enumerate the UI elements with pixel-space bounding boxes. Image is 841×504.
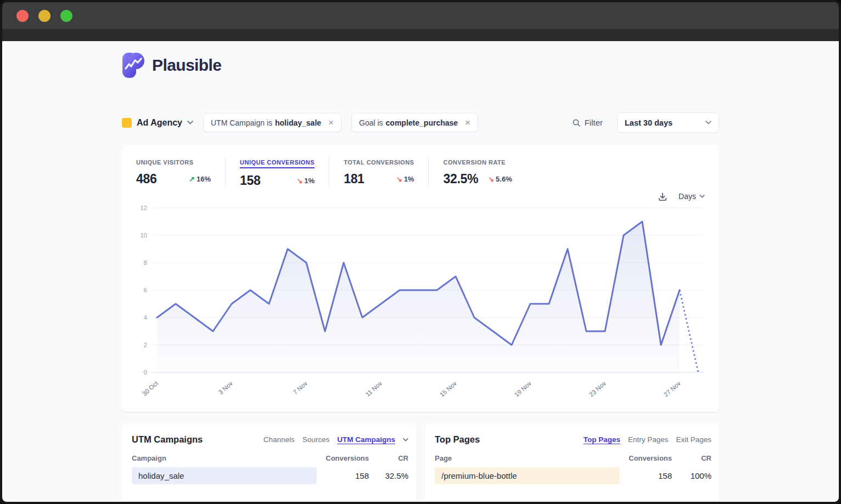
- y-axis-label: 6: [144, 287, 147, 293]
- metric-label: UNIQUE VISITORS: [136, 159, 193, 166]
- download-icon: [658, 191, 668, 202]
- card-title: Top Pages: [435, 434, 480, 445]
- table-row: holiday_sale 158 32.5%: [132, 467, 408, 484]
- filter-pill-value: complete_purchase: [386, 118, 458, 127]
- y-axis-label: 10: [140, 232, 147, 239]
- cr-value: 32.5%: [369, 471, 408, 480]
- column-conversions: Conversions: [620, 454, 672, 462]
- trend-arrow-icon: ↘: [396, 175, 402, 183]
- chart-line-partial-day: [680, 290, 698, 372]
- visitors-panel: UNIQUE VISITORS 486 ↗16% UNIQUE CONVERSI…: [122, 145, 719, 412]
- window-close-button[interactable]: [16, 10, 29, 22]
- conversions-value: 158: [620, 471, 672, 480]
- metrics-row: UNIQUE VISITORS 486 ↗16% UNIQUE CONVERSI…: [135, 157, 706, 188]
- page-viewport: Plausible Ad Agency UTM Campaign is holi…: [2, 41, 839, 502]
- breakdown-cards: UTM Campaigns Channels Sources UTM Campa…: [122, 423, 719, 502]
- x-axis-label: 15 Nov: [439, 380, 458, 398]
- tab-utm-campaigns[interactable]: UTM Campaigns: [337, 435, 395, 444]
- column-cr: CR: [672, 454, 711, 462]
- filter-pill-value: holiday_sale: [275, 118, 321, 127]
- metric-value: 158: [240, 173, 260, 188]
- chevron-down-icon: [187, 121, 193, 124]
- brand-wordmark: Plausible: [152, 56, 221, 75]
- x-axis-label: 30 Oct: [141, 380, 160, 397]
- window-titlebar: [2, 2, 839, 29]
- export-button[interactable]: [658, 191, 668, 202]
- page-link[interactable]: /premium-blue-bottle: [435, 471, 517, 480]
- x-axis-label: 19 Nov: [513, 380, 532, 398]
- campaign-link[interactable]: holiday_sale: [132, 471, 184, 480]
- tab-channels[interactable]: Channels: [263, 435, 295, 444]
- svg-text:23 Nov: 23 Nov: [588, 380, 607, 398]
- filter-pill-prefix: Goal is: [359, 118, 383, 127]
- metric-label: TOTAL CONVERSIONS: [344, 159, 414, 166]
- tab-sources[interactable]: Sources: [302, 435, 330, 444]
- tab-entry-pages[interactable]: Entry Pages: [628, 435, 669, 444]
- metric-value: 486: [136, 172, 156, 186]
- x-axis-label: 3 Nov: [217, 380, 234, 395]
- table-row: /premium-blue-bottle 158 100%: [435, 467, 711, 484]
- trend-arrow-icon: ↗: [189, 175, 195, 183]
- interval-selector[interactable]: Days: [679, 192, 705, 201]
- chevron-down-icon: [705, 121, 711, 124]
- site-favicon: [122, 118, 132, 128]
- window-zoom-button[interactable]: [60, 10, 72, 22]
- chevron-down-icon[interactable]: [403, 438, 408, 441]
- conversions-value: 158: [317, 471, 369, 480]
- column-page: Page: [435, 454, 620, 462]
- x-axis-label: 7 Nov: [292, 380, 309, 395]
- window-toolbar-strip: [2, 29, 839, 41]
- window-minimize-button[interactable]: [38, 10, 51, 22]
- y-axis-label: 0: [144, 369, 147, 376]
- browser-window: Plausible Ad Agency UTM Campaign is holi…: [0, 0, 841, 504]
- date-range-picker[interactable]: Last 30 days: [617, 112, 719, 133]
- date-range-label: Last 30 days: [625, 118, 672, 127]
- source-tabs: Channels Sources UTM Campaigns: [263, 435, 408, 444]
- tab-exit-pages[interactable]: Exit Pages: [676, 435, 711, 444]
- interval-label: Days: [679, 192, 696, 201]
- site-selector[interactable]: Ad Agency: [122, 118, 193, 128]
- plausible-logo[interactable]: Plausible: [122, 41, 719, 78]
- y-axis-label: 4: [144, 314, 148, 321]
- site-name: Ad Agency: [137, 118, 182, 128]
- metric-unique-visitors[interactable]: UNIQUE VISITORS 486 ↗16%: [135, 157, 225, 188]
- y-axis-label: 12: [140, 205, 147, 211]
- card-title: UTM Campaigns: [132, 434, 203, 445]
- svg-text:27 Nov: 27 Nov: [663, 380, 682, 398]
- filter-pill-prefix: UTM Campaign is: [211, 118, 272, 127]
- remove-filter-icon[interactable]: ×: [465, 118, 470, 127]
- column-conversions: Conversions: [317, 454, 369, 462]
- svg-text:15 Nov: 15 Nov: [439, 380, 458, 398]
- table-header: Campaign Conversions CR: [132, 454, 408, 462]
- utm-campaigns-card: UTM Campaigns Channels Sources UTM Campa…: [122, 423, 416, 502]
- filter-button-label: Filter: [585, 118, 603, 127]
- metric-label: CONVERSION RATE: [443, 159, 506, 166]
- y-axis-label: 2: [144, 342, 147, 348]
- conversions-line-chart[interactable]: 02468101230 Oct3 Nov7 Nov11 Nov15 Nov19 …: [135, 203, 706, 407]
- metric-change: 5.6%: [496, 175, 512, 183]
- filter-pill-goal[interactable]: Goal is complete_purchase ×: [351, 113, 478, 132]
- metric-unique-conversions[interactable]: UNIQUE CONVERSIONS 158 ↘1%: [225, 157, 329, 188]
- x-axis-label: 23 Nov: [588, 380, 607, 398]
- plausible-logo-icon: [122, 52, 145, 78]
- remove-filter-icon[interactable]: ×: [328, 118, 334, 127]
- y-axis-label: 8: [144, 259, 147, 266]
- column-cr: CR: [369, 454, 408, 462]
- svg-text:7 Nov: 7 Nov: [292, 380, 309, 395]
- tab-top-pages[interactable]: Top Pages: [584, 435, 620, 444]
- column-campaign: Campaign: [132, 454, 317, 462]
- top-pages-card: Top Pages Top Pages Entry Pages Exit Pag…: [425, 423, 719, 502]
- add-filter-button[interactable]: Filter: [572, 118, 603, 127]
- filter-bar: Ad Agency UTM Campaign is holiday_sale ×…: [122, 112, 719, 133]
- chevron-down-icon: [699, 195, 705, 198]
- metric-total-conversions[interactable]: TOTAL CONVERSIONS 181 ↘1%: [329, 157, 428, 188]
- metric-conversion-rate[interactable]: CONVERSION RATE 32.5% ↘5.6%: [428, 157, 526, 188]
- trend-arrow-icon: ↘: [296, 177, 302, 185]
- svg-text:30 Oct: 30 Oct: [141, 380, 160, 397]
- metric-change: 16%: [197, 175, 211, 183]
- chart-toolbar: Days: [135, 189, 706, 203]
- svg-text:19 Nov: 19 Nov: [513, 380, 532, 398]
- filter-pill-utm-campaign[interactable]: UTM Campaign is holiday_sale ×: [203, 113, 341, 132]
- svg-text:11 Nov: 11 Nov: [365, 380, 384, 398]
- metric-change: 1%: [304, 177, 315, 185]
